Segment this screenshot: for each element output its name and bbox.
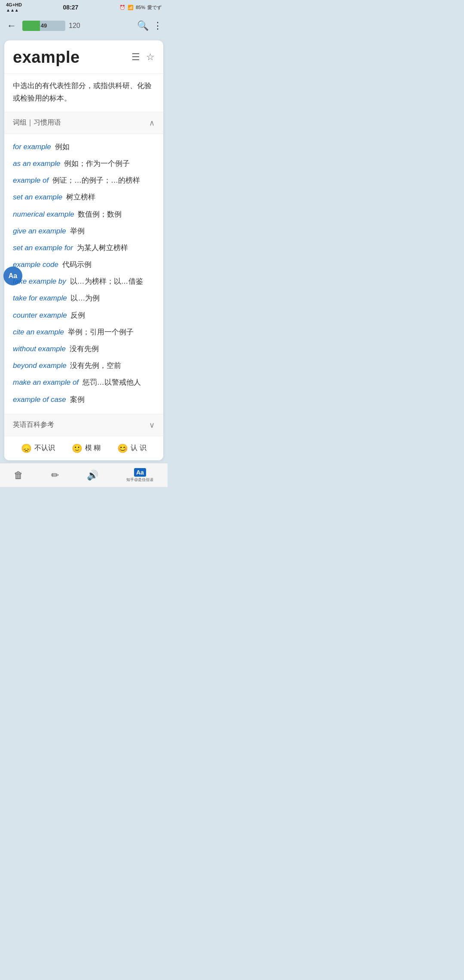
word-header-icons: ☰ ☆	[131, 52, 155, 63]
familiar-button[interactable]: 😊 认 识	[117, 443, 146, 453]
main-card: example ☰ ☆ 中选出的有代表性部分，或指供科研、化验或检验用的标本。 …	[4, 40, 163, 460]
list-item[interactable]: as an example 例如；作为一个例子	[13, 155, 155, 172]
phrase-en: numerical example	[13, 210, 74, 218]
phrase-en: give an example	[13, 227, 66, 235]
status-time: 08:27	[63, 4, 79, 11]
encyclopedia-section-title: 英语百科参考	[13, 420, 54, 429]
encyclopedia-toggle-icon[interactable]: ∨	[149, 420, 155, 430]
phrase-en: set an example for	[13, 244, 73, 252]
vague-button[interactable]: 🙂 模 糊	[72, 443, 101, 453]
phrase-en: cite an example	[13, 328, 64, 336]
vague-icon: 🙂	[72, 443, 82, 453]
list-item[interactable]: take example by 以…为榜样；以…借鉴	[13, 273, 155, 290]
list-item[interactable]: example code 代码示例	[13, 256, 155, 273]
more-button[interactable]: ⋮	[153, 20, 162, 31]
phrase-zh: 数值例；数例	[76, 210, 122, 218]
star-icon[interactable]: ☆	[146, 52, 155, 63]
volume-icon: 🔊	[87, 470, 98, 481]
delete-button[interactable]: 🗑	[14, 470, 23, 481]
phrase-en: for example	[13, 143, 51, 151]
phrase-zh: 例证；…的例子；…的榜样	[50, 176, 140, 184]
back-button[interactable]: ←	[5, 18, 18, 33]
phrase-en: set an example	[13, 193, 62, 201]
signal-text: 4G+HD	[6, 2, 22, 7]
phrase-zh: 为某人树立榜样	[75, 244, 128, 252]
phrase-en: example code	[13, 260, 58, 269]
delete-icon: 🗑	[14, 470, 23, 481]
status-right: ⏰ 📶 85% 愛でず	[119, 4, 162, 11]
word-title: example	[13, 48, 80, 67]
progress-bar: 49	[22, 21, 65, 31]
word-definition: 中选出的有代表性部分，或指供科研、化验或检验用的标本。	[4, 74, 163, 112]
phrase-en: take for example	[13, 294, 67, 302]
list-icon[interactable]: ☰	[131, 52, 140, 63]
extra-text: 愛でず	[147, 4, 162, 11]
list-item[interactable]: cite an example 举例；引用一个例子	[13, 324, 155, 340]
phrase-zh: 举例	[68, 227, 85, 235]
list-item[interactable]: for example 例如	[13, 138, 155, 155]
wifi-icon: 📶	[128, 5, 134, 10]
phrase-zh: 没有先例	[67, 345, 99, 353]
phrases-section-header[interactable]: 词组｜习惯用语 ∧	[4, 112, 163, 134]
phrase-zh: 以…为榜样；以…借鉴	[68, 277, 143, 285]
phrase-zh: 案例	[68, 395, 85, 404]
phrase-en: counter example	[13, 311, 67, 319]
alarm-icon: ⏰	[119, 5, 125, 10]
phrase-en: example of case	[13, 395, 66, 404]
phrase-zh: 例如	[53, 143, 70, 151]
vague-label: 模 糊	[85, 444, 101, 453]
phrase-en: as an example	[13, 159, 61, 168]
progress-current: 49	[22, 21, 65, 31]
app-brand: Aa 知乎@是佳佳读	[126, 468, 153, 483]
list-item[interactable]: give an example 举例	[13, 223, 155, 239]
phrases-list: for example 例如as an example 例如；作为一个例子exa…	[4, 134, 163, 414]
list-item[interactable]: example of case 案例	[13, 391, 155, 408]
list-item[interactable]: beyond example 没有先例，空前	[13, 357, 155, 374]
unfamiliar-icon: 😞	[21, 443, 32, 453]
progress-total: 120	[69, 22, 80, 30]
list-item[interactable]: without example 没有先例	[13, 340, 155, 357]
list-item[interactable]: make an example of 惩罚…以警戒他人	[13, 374, 155, 391]
nav-bar: ← 49 120 🔍 ⋮	[0, 14, 168, 38]
familiar-icon: 😊	[117, 443, 128, 453]
unfamiliar-label: 不认识	[34, 444, 55, 453]
recognition-bar: 😞 不认识 🙂 模 糊 😊 认 识	[4, 436, 163, 460]
status-bar: 4G+HD ▲▲▲ 08:27 ⏰ 📶 85% 愛でず	[0, 0, 168, 14]
floating-btn-label: Aa	[9, 272, 17, 280]
bottom-nav: 🗑 ✏ 🔊 Aa 知乎@是佳佳读	[0, 463, 168, 487]
status-left: 4G+HD ▲▲▲	[6, 2, 22, 12]
list-item[interactable]: example of 例证；…的例子；…的榜样	[13, 172, 155, 189]
phrase-zh: 例如；作为一个例子	[62, 159, 130, 168]
app-label: 知乎@是佳佳读	[126, 477, 153, 483]
phrase-zh: 以…为例	[69, 294, 100, 302]
phrases-section-title: 词组｜习惯用语	[13, 118, 61, 127]
phrase-zh: 惩罚…以警戒他人	[80, 378, 141, 386]
signal-bars: ▲▲▲	[6, 8, 22, 12]
phrase-zh: 树立榜样	[64, 193, 95, 201]
phrase-en: example of	[13, 176, 49, 184]
search-button[interactable]: 🔍	[137, 20, 149, 31]
phrase-zh: 代码示例	[60, 260, 92, 269]
list-item[interactable]: set an example 树立榜样	[13, 189, 155, 205]
phrase-en: make an example of	[13, 378, 79, 386]
app-icon: Aa	[134, 468, 146, 477]
word-header: example ☰ ☆	[4, 40, 163, 74]
list-item[interactable]: counter example 反例	[13, 307, 155, 324]
phrase-en: without example	[13, 345, 66, 353]
volume-button[interactable]: 🔊	[87, 470, 98, 481]
floating-aa-button[interactable]: Aa	[3, 266, 22, 285]
progress-container: 49 120	[22, 21, 133, 31]
edit-button[interactable]: ✏	[51, 470, 59, 481]
familiar-label: 认 识	[131, 444, 146, 453]
phrase-en: beyond example	[13, 361, 67, 370]
list-item[interactable]: take for example 以…为例	[13, 290, 155, 306]
list-item[interactable]: set an example for 为某人树立榜样	[13, 239, 155, 256]
phrase-zh: 举例；引用一个例子	[66, 328, 134, 336]
edit-icon: ✏	[51, 470, 59, 481]
phrases-toggle-icon[interactable]: ∧	[149, 118, 155, 128]
list-item[interactable]: numerical example 数值例；数例	[13, 206, 155, 223]
battery-text: 85%	[136, 5, 145, 10]
phrase-zh: 没有先例，空前	[68, 361, 122, 370]
encyclopedia-section-header[interactable]: 英语百科参考 ∨	[4, 414, 163, 436]
unfamiliar-button[interactable]: 😞 不认识	[21, 443, 55, 453]
